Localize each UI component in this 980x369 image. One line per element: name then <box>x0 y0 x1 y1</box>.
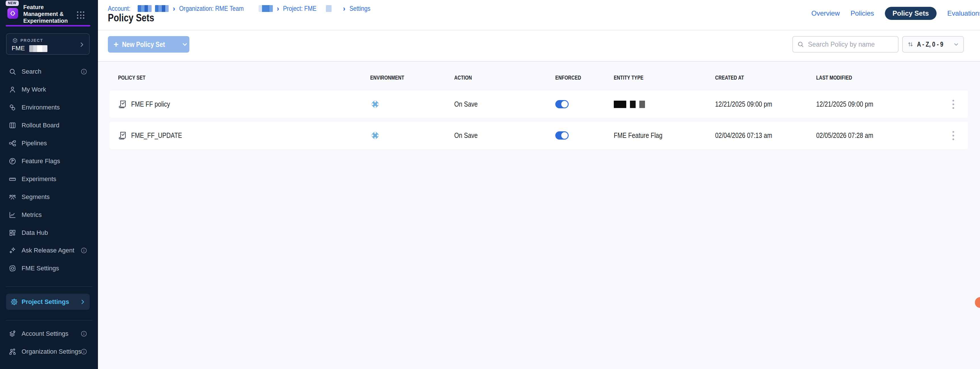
sidebar-item-experiments[interactable]: Experiments <box>0 173 98 185</box>
chevron-down-icon <box>953 41 959 48</box>
sort-arrows-icon <box>907 41 914 48</box>
sidebar-item-label: Search <box>22 68 41 75</box>
info-icon[interactable] <box>80 247 88 254</box>
accent-rule <box>6 25 90 26</box>
search-icon <box>8 68 16 76</box>
breadcrumb-project-link[interactable]: Project: FME <box>283 5 317 13</box>
breadcrumb-organization-link[interactable]: Organization: RME Team <box>179 5 244 13</box>
sort-value: A - Z, 0 - 9 <box>917 41 943 48</box>
new-badge: NEW <box>6 0 19 6</box>
sidebar: NEW Feature Management & Experimentation… <box>0 0 98 369</box>
fme-logo-icon <box>8 264 16 272</box>
last-modified-value: 02/05/2026 07:28 am <box>816 122 883 149</box>
ruler-icon <box>8 175 16 183</box>
new-policy-set-button[interactable]: + New Policy Set <box>108 36 189 53</box>
redacted-account-value <box>155 5 169 12</box>
action-value: On Save <box>454 90 482 118</box>
cube-icon <box>12 38 18 44</box>
pipelines-icon <box>8 139 16 147</box>
feedback-widget-button[interactable] <box>975 297 980 308</box>
sidebar-item-organization-settings[interactable]: Organization Settings <box>0 345 98 358</box>
sidebar-item-my-work[interactable]: My Work <box>0 83 98 96</box>
sidebar-item-fme-settings[interactable]: FME Settings <box>0 262 98 275</box>
breadcrumb-separator: › <box>173 4 175 13</box>
sidebar-item-label: Rollout Board <box>22 122 59 129</box>
environment-icon[interactable] <box>370 99 380 109</box>
sidebar-item-label: Account Settings <box>22 330 68 337</box>
sort-dropdown[interactable]: A - Z, 0 - 9 <box>902 36 964 53</box>
created-at-value: 12/21/2025 09:00 pm <box>715 90 782 118</box>
enforced-toggle-on[interactable] <box>555 100 569 108</box>
column-header-entity-type: ENTITY TYPE <box>614 75 651 81</box>
sidebar-item-environments[interactable]: Environments <box>0 101 98 114</box>
layers-gear-icon <box>8 330 16 338</box>
sidebar-item-project-settings[interactable]: Project Settings <box>6 294 90 310</box>
redacted-entity-type <box>614 101 645 108</box>
sidebar-item-rollout-board[interactable]: Rollout Board <box>0 119 98 132</box>
entity-type-value: FME Feature Flag <box>614 122 671 149</box>
data-grid-icon <box>8 229 16 237</box>
product-title: Feature Management & Experimentation <box>23 4 78 24</box>
policy-set-icon <box>118 99 128 109</box>
sidebar-item-label: Organization Settings <box>22 348 81 355</box>
app-launcher-icon[interactable] <box>77 11 84 19</box>
last-modified-value: 12/21/2025 09:00 pm <box>816 90 883 118</box>
plus-icon: + <box>113 40 119 49</box>
chevron-right-icon <box>80 299 86 305</box>
row-menu-button[interactable] <box>947 128 959 143</box>
sidebar-item-label: Pipelines <box>22 140 47 147</box>
project-selector-label: PROJECT <box>21 38 43 43</box>
sidebar-item-label: FME Settings <box>22 265 59 272</box>
column-header-environment: ENVIRONMENT <box>370 75 413 81</box>
tab-overview[interactable]: Overview <box>811 10 840 18</box>
new-policy-dropdown-button[interactable] <box>181 41 188 48</box>
search-policy-input[interactable] <box>807 40 894 49</box>
project-name: FME <box>12 45 25 52</box>
sidebar-item-data-hub[interactable]: Data Hub <box>0 226 98 240</box>
sidebar-item-label: Project Settings <box>22 298 69 306</box>
table-row[interactable]: FME FF policy On Save 12/21/2025 09:00 p… <box>110 90 968 118</box>
board-icon <box>8 121 16 129</box>
breadcrumb-settings-link[interactable]: Settings <box>350 5 371 13</box>
sidebar-item-label: Experiments <box>22 176 56 183</box>
chart-icon <box>8 211 16 219</box>
product-logo-icon <box>7 8 18 19</box>
page-title: Policy Sets <box>108 12 162 24</box>
org-hierarchy-gear-icon <box>8 348 16 356</box>
table-row[interactable]: FME_FF_UPDATE On Save FME Feature Flag 0… <box>110 122 968 149</box>
sidebar-item-ask-release-agent[interactable]: Ask Release Agent <box>0 244 98 257</box>
enforced-toggle-on[interactable] <box>555 131 569 140</box>
column-header-last-modified: LAST MODIFIED <box>816 75 861 81</box>
sidebar-item-metrics[interactable]: Metrics <box>0 208 98 222</box>
environment-icon[interactable] <box>370 130 380 141</box>
tab-evaluations[interactable]: Evaluations <box>947 10 980 18</box>
redacted-account-value <box>138 5 151 12</box>
sidebar-item-search[interactable]: Search <box>0 65 98 78</box>
search-icon <box>797 41 804 48</box>
tab-policy-sets[interactable]: Policy Sets <box>885 7 937 20</box>
sidebar-item-segments[interactable]: Segments <box>0 190 98 204</box>
sidebar-item-account-settings[interactable]: Account Settings <box>0 327 98 340</box>
column-header-created-at: CREATED AT <box>715 75 751 81</box>
row-menu-button[interactable] <box>947 97 959 112</box>
policy-set-name: FME FF policy <box>131 90 177 118</box>
info-icon[interactable] <box>80 348 88 355</box>
user-icon <box>8 86 16 94</box>
breadcrumb: Account: › Organization: RME Team › Proj… <box>108 5 374 13</box>
info-icon[interactable] <box>80 330 88 337</box>
info-icon[interactable] <box>80 68 88 75</box>
policy-set-name: FME_FF_UPDATE <box>131 122 191 149</box>
redacted-project-value <box>326 5 332 12</box>
sidebar-item-label: Metrics <box>22 211 42 219</box>
sidebar-item-feature-flags[interactable]: Feature Flags <box>0 155 98 168</box>
action-value: On Save <box>454 122 482 149</box>
breadcrumb-separator: › <box>343 4 345 13</box>
sidebar-item-pipelines[interactable]: Pipelines <box>0 137 98 150</box>
sidebar-item-label: My Work <box>22 86 46 93</box>
breadcrumb-account-link[interactable]: Account: <box>108 5 130 13</box>
project-selector[interactable]: PROJECT FME <box>6 33 90 55</box>
column-header-policy-set: POLICY SET <box>118 75 153 81</box>
breadcrumb-separator: › <box>277 4 279 13</box>
tab-policies[interactable]: Policies <box>851 10 874 18</box>
sparkles-icon <box>8 246 16 254</box>
